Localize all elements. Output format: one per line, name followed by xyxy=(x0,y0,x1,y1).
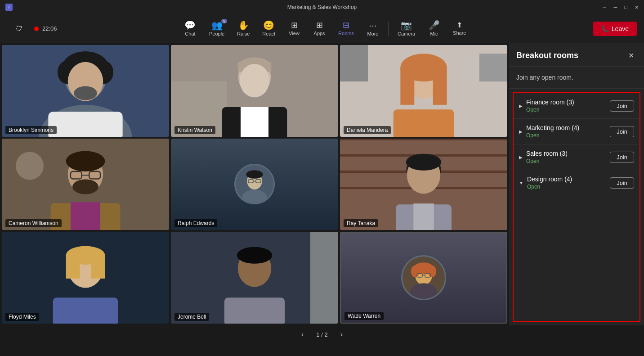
toolbar-center: 💬 Chat 👥 9 People ✋ Raise 😊 React ⊞ View… xyxy=(179,18,471,39)
table-row: Cameron Williamson xyxy=(2,139,169,230)
join-design-button[interactable]: Join xyxy=(610,177,634,189)
name-badge-daniela: Daniela Mandera xyxy=(344,126,391,134)
share-label: Share xyxy=(453,30,466,36)
camera-button[interactable]: 📷 Camera xyxy=(392,18,420,39)
timer-display: 22:06 xyxy=(42,25,57,32)
mic-label: Mic xyxy=(430,31,438,36)
prev-page-button[interactable]: ‹ xyxy=(298,329,307,340)
avatar-svg xyxy=(236,164,273,204)
people-badge: 9 xyxy=(221,19,227,23)
list-item: ▶ Marketing room (4) Open Join xyxy=(514,119,640,144)
svg-point-65 xyxy=(237,247,273,264)
next-page-button[interactable]: › xyxy=(337,329,346,340)
raise-icon: ✋ xyxy=(238,21,249,30)
sidebar-title: Breakout rooms xyxy=(516,51,578,60)
room-info: Sales room (3) Open xyxy=(526,150,610,164)
react-icon: 😊 xyxy=(263,21,274,30)
name-badge-cameron: Cameron Williamson xyxy=(5,219,62,227)
chevron-right-icon: ▶ xyxy=(519,155,523,160)
rooms-icon: ⊟ xyxy=(343,21,349,29)
more-label: More xyxy=(367,31,378,36)
person-video-9 xyxy=(341,233,506,323)
react-button[interactable]: 😊 React xyxy=(257,18,281,39)
svg-rect-25 xyxy=(394,109,454,136)
person-silhouette-svg-2 xyxy=(171,45,338,137)
wade-avatar xyxy=(401,255,446,300)
more-icon: ··· xyxy=(369,21,377,30)
breakout-rooms-sidebar: Breakout rooms ✕ Join any open room. ▶ F… xyxy=(509,43,644,325)
rooms-label: Rooms xyxy=(338,31,354,36)
room-info: Design room (4) Open xyxy=(527,176,610,190)
room-name: Marketing room (4) xyxy=(526,124,610,131)
toolbar-left: 🛡 22:06 xyxy=(7,22,57,36)
video-grid: Brooklyn Simmons xyxy=(0,43,509,325)
view-button[interactable]: ⊞ View xyxy=(282,18,306,39)
rooms-button[interactable]: ⊟ Rooms xyxy=(333,18,359,39)
table-row: Wade Warren xyxy=(340,232,507,324)
minimize-btn[interactable]: ─ xyxy=(614,5,617,10)
maximize-btn[interactable]: □ xyxy=(624,5,627,10)
leave-button[interactable]: 📞 Leave xyxy=(593,22,637,36)
room-name: Sales room (3) xyxy=(526,150,610,157)
app-icon: T xyxy=(5,4,13,11)
mic-button[interactable]: 🎤 Mic xyxy=(422,18,446,39)
rooms-list: ▶ Finance room (3) Open Join ▶ Marketing… xyxy=(513,92,640,322)
svg-rect-8 xyxy=(48,112,122,136)
person-video-1 xyxy=(2,45,169,137)
leave-label: Leave xyxy=(612,25,629,32)
breakout-prompt: Join any open room. xyxy=(509,67,644,89)
svg-rect-60 xyxy=(53,298,118,324)
chevron-down-icon: ▼ xyxy=(519,180,523,185)
close-btn[interactable]: ✕ xyxy=(635,5,639,10)
window-controls[interactable]: ··· ─ □ ✕ xyxy=(602,5,639,10)
chevron-right-icon: ▶ xyxy=(519,104,523,108)
chevron-right-icon: ▶ xyxy=(519,129,523,134)
svg-point-27 xyxy=(16,152,44,180)
name-badge-jerome: Jerome Bell xyxy=(174,313,209,321)
chat-icon: 💬 xyxy=(184,21,196,30)
join-marketing-button[interactable]: Join xyxy=(610,126,634,137)
table-row: Jerome Bell xyxy=(171,232,338,324)
svg-point-7 xyxy=(74,86,97,100)
mic-icon: 🎤 xyxy=(429,21,440,30)
svg-rect-23 xyxy=(400,68,414,105)
room-name: Design room (4) xyxy=(527,176,610,183)
room-info: Finance room (3) Open xyxy=(526,99,610,113)
join-finance-button[interactable]: Join xyxy=(610,100,634,112)
sidebar-close-button[interactable]: ✕ xyxy=(626,50,637,61)
people-icon: 👥 xyxy=(211,21,223,30)
people-label: People xyxy=(209,31,224,36)
chat-label: Chat xyxy=(185,31,195,36)
window-menu-btn[interactable]: ··· xyxy=(602,5,606,10)
recording-indicator xyxy=(34,27,39,31)
apps-button[interactable]: ⊞ Apps xyxy=(308,18,331,39)
raise-button[interactable]: ✋ Raise xyxy=(232,18,255,39)
svg-rect-20 xyxy=(479,54,507,81)
people-button[interactable]: 👥 9 People xyxy=(204,18,230,39)
name-badge-kristin: Kristin Watson xyxy=(174,126,215,134)
svg-rect-19 xyxy=(340,45,368,81)
list-item: ▼ Design room (4) Open Join xyxy=(514,170,640,195)
name-badge-ray: Ray Tanaka xyxy=(344,219,378,227)
view-label: View xyxy=(289,31,300,36)
chat-button[interactable]: 💬 Chat xyxy=(179,18,202,39)
table-row: Ralph Edwards xyxy=(171,139,338,230)
svg-rect-66 xyxy=(224,298,285,324)
svg-point-29 xyxy=(72,179,98,194)
ralph-avatar xyxy=(234,164,275,204)
person-silhouette-svg-6 xyxy=(340,139,507,230)
person-silhouette-svg-7 xyxy=(2,232,169,324)
join-sales-button[interactable]: Join xyxy=(610,152,634,163)
camera-label: Camera xyxy=(398,31,415,36)
svg-point-52 xyxy=(406,153,442,170)
name-badge-wade: Wade Warren xyxy=(344,312,384,320)
svg-rect-63 xyxy=(310,232,338,324)
more-button[interactable]: ··· More xyxy=(361,18,385,39)
share-button[interactable]: ⬆ Share xyxy=(447,19,471,38)
room-status: Open xyxy=(526,158,610,164)
person-video-7 xyxy=(2,232,169,324)
person-silhouette-svg xyxy=(2,45,169,137)
room-status: Open xyxy=(526,132,610,139)
name-badge-brooklyn: Brooklyn Simmons xyxy=(5,126,57,134)
person-video-6 xyxy=(340,139,507,230)
